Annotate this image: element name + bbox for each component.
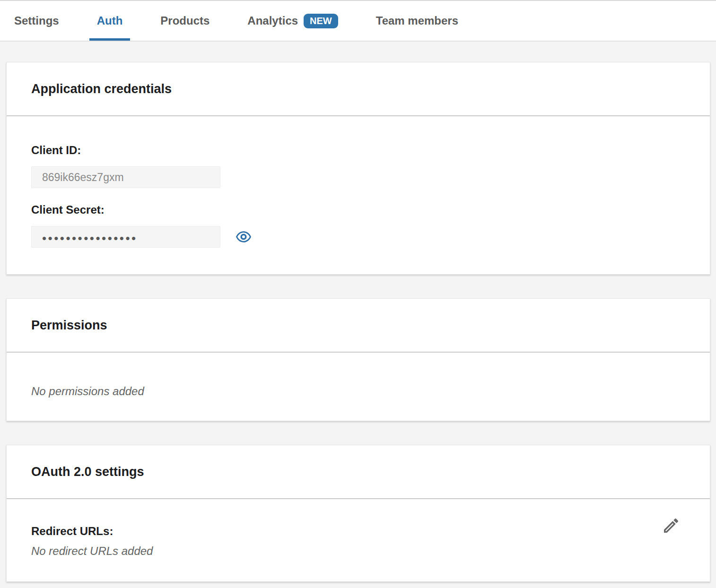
tab-auth-label: Auth bbox=[97, 14, 123, 27]
tab-auth[interactable]: Auth bbox=[89, 1, 131, 41]
app-tab-bar: Settings Auth Products Analytics NEW Tea… bbox=[0, 0, 716, 42]
redirect-urls-label: Redirect URLs: bbox=[31, 525, 685, 538]
oauth-settings-card: OAuth 2.0 settings Redirect URLs: No red… bbox=[6, 445, 710, 582]
tab-team-members[interactable]: Team members bbox=[368, 1, 466, 41]
oauth-settings-header: OAuth 2.0 settings bbox=[7, 445, 710, 499]
application-credentials-body: Client ID: 869ik66esz7gxm Client Secret:… bbox=[7, 116, 710, 274]
client-secret-row: •••••••••••••••• bbox=[31, 226, 685, 248]
tab-analytics[interactable]: Analytics NEW bbox=[240, 1, 345, 41]
tab-settings-label: Settings bbox=[14, 14, 59, 27]
application-credentials-header: Application credentials bbox=[7, 62, 710, 116]
eye-icon bbox=[236, 230, 251, 243]
tab-products-label: Products bbox=[160, 14, 210, 27]
edit-redirect-urls-button[interactable] bbox=[661, 515, 681, 536]
client-id-value: 869ik66esz7gxm bbox=[42, 171, 124, 184]
redirect-urls-empty-text: No redirect URLs added bbox=[31, 545, 685, 558]
tab-analytics-label: Analytics bbox=[247, 14, 298, 27]
application-credentials-card: Application credentials Client ID: 869ik… bbox=[6, 62, 710, 275]
reveal-secret-button[interactable] bbox=[236, 229, 252, 244]
tab-team-members-label: Team members bbox=[376, 14, 458, 27]
oauth-settings-body: Redirect URLs: No redirect URLs added bbox=[7, 499, 710, 581]
permissions-empty-text: No permissions added bbox=[31, 385, 685, 398]
oauth-settings-title: OAuth 2.0 settings bbox=[31, 465, 144, 479]
main-content: Application credentials Client ID: 869ik… bbox=[0, 42, 716, 582]
client-id-label: Client ID: bbox=[31, 144, 685, 157]
client-secret-label: Client Secret: bbox=[31, 203, 685, 216]
permissions-header: Permissions bbox=[7, 299, 710, 353]
permissions-body: No permissions added bbox=[7, 353, 710, 421]
permissions-card: Permissions No permissions added bbox=[6, 298, 710, 421]
new-badge: NEW bbox=[304, 14, 338, 28]
pencil-edit-icon bbox=[662, 516, 681, 535]
tab-products[interactable]: Products bbox=[153, 1, 217, 41]
permissions-title: Permissions bbox=[31, 318, 107, 333]
client-secret-field[interactable]: •••••••••••••••• bbox=[31, 226, 220, 248]
client-id-field[interactable]: 869ik66esz7gxm bbox=[31, 166, 220, 188]
client-secret-masked-value: •••••••••••••••• bbox=[42, 229, 138, 244]
tab-settings[interactable]: Settings bbox=[7, 1, 67, 41]
application-credentials-title: Application credentials bbox=[31, 82, 172, 96]
